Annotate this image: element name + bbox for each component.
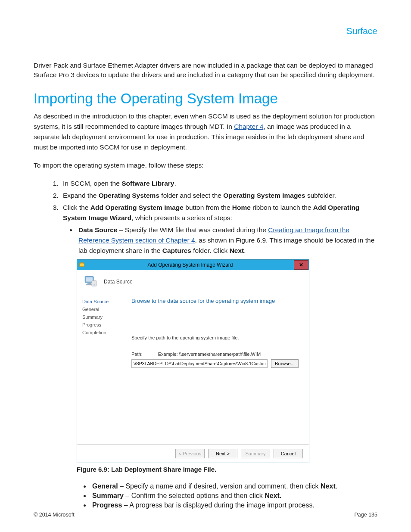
text-run: – Confirm the selected options and then …: [124, 492, 265, 499]
bold-run: Summary: [92, 492, 124, 499]
text-run: folder. Click: [191, 247, 230, 254]
browse-button[interactable]: Browse...: [271, 359, 299, 368]
text-run: ribbon to launch the: [251, 204, 313, 211]
text-run: Click the: [63, 204, 90, 211]
next-button[interactable]: Next >: [208, 449, 237, 458]
wizard-input-row: Browse...: [131, 359, 299, 368]
wizard-nav-item[interactable]: Progress: [82, 321, 131, 329]
svg-rect-1: [80, 263, 84, 264]
wizard-content-heading: Browse to the data source for the operat…: [131, 298, 299, 304]
bold-run: Add Operating System Image: [90, 204, 184, 211]
text-run: subfolder.: [305, 192, 336, 199]
bold-run: General: [92, 482, 118, 490]
bold-run: Software Library: [121, 180, 174, 187]
bold-run: Data Source: [78, 226, 117, 233]
bold-run: Operating Systems: [99, 192, 159, 199]
bullet-item: Data Source – Specify the WIM file that …: [77, 225, 377, 256]
wizard-title: Add Operating System Image Wizard: [87, 262, 294, 268]
wizard-nav-item[interactable]: Completion: [82, 329, 131, 336]
text-run: In SCCM, open the: [63, 180, 121, 187]
wizard-body: Data Source General Summary Progress Com…: [77, 293, 309, 444]
figure-caption: Figure 6.9: Lab Deployment Share Image F…: [77, 466, 377, 473]
bold-run: Next: [230, 247, 244, 254]
wizard-content: Browse to the data source for the operat…: [131, 293, 309, 444]
steps-list: In SCCM, open the Software Library. Expa…: [60, 178, 377, 256]
footer-copyright: © 2014 Microsoft: [34, 512, 75, 518]
body-paragraph-2: To import the operating system image, fo…: [34, 160, 377, 171]
summary-button: Summary: [241, 449, 270, 458]
text-run: .: [244, 247, 246, 254]
bullet-item: General – Specify a name and if desired,…: [90, 482, 377, 490]
chapter-4-link[interactable]: Chapter 4: [234, 123, 263, 130]
step-item: Click the Add Operating System Image but…: [60, 202, 377, 256]
path-label: Path:: [131, 352, 143, 357]
sub-bullets-top: Data Source – Specify the WIM file that …: [77, 225, 377, 256]
text-run: .: [174, 180, 176, 187]
wizard-nav: Data Source General Summary Progress Com…: [77, 293, 131, 444]
bullet-item: Progress – A progress bar is displayed d…: [90, 501, 377, 509]
text-run: , which presents a series of steps:: [131, 214, 232, 221]
wizard-banner: Data Source: [77, 270, 309, 293]
svg-rect-4: [87, 283, 91, 284]
wizard-path-row: Path: Example: \\servername\sharename\pa…: [131, 352, 299, 357]
wizard-banner-label: Data Source: [104, 279, 133, 285]
bold-run: Next: [321, 482, 336, 490]
brand-label: Surface: [346, 26, 377, 36]
bold-run: Home: [232, 204, 251, 211]
text-run: – Specify a name and if desired, version…: [118, 482, 321, 490]
wizard-titlebar: Add Operating System Image Wizard ✕: [77, 260, 309, 270]
step-item: In SCCM, open the Software Library.: [60, 178, 377, 189]
bold-run: Captures: [162, 247, 191, 254]
bold-run: Next.: [265, 492, 281, 499]
path-input[interactable]: [131, 359, 268, 368]
intro-paragraph: Driver Pack and Surface Ethernet Adapter…: [34, 61, 377, 80]
text-run: – Specify the WIM file that was created …: [117, 226, 268, 233]
wizard-nav-item[interactable]: General: [82, 305, 131, 313]
text-run: – A progress bar is displayed during the…: [122, 501, 314, 509]
page-header: Surface: [34, 26, 377, 39]
wizard-nav-item[interactable]: Summary: [82, 313, 131, 321]
cancel-button[interactable]: Cancel: [274, 449, 303, 458]
text-run: .: [336, 482, 337, 490]
bold-run: Progress: [92, 501, 122, 509]
wizard-app-icon: [77, 262, 87, 268]
text-run: button from the: [184, 204, 232, 211]
bold-run: Operating System Images: [223, 192, 305, 199]
body-paragraph-1: As described in the introduction to this…: [34, 111, 377, 152]
step-item: Expand the Operating Systems folder and …: [60, 190, 377, 201]
wizard-content-instruction: Specify the path to the operating system…: [131, 335, 299, 340]
page-footer: © 2014 Microsoft Page 135: [34, 512, 377, 518]
computer-icon: [83, 274, 98, 289]
footer-page-number: Page 135: [354, 512, 377, 518]
bullet-item: Summary – Confirm the selected options a…: [90, 492, 377, 500]
wizard-window: Add Operating System Image Wizard ✕ Data…: [77, 259, 309, 463]
wizard-nav-item[interactable]: Data Source: [82, 298, 131, 305]
close-icon[interactable]: ✕: [294, 260, 308, 270]
text-run: folder and select the: [159, 192, 223, 199]
section-heading: Importing the Operating System Image: [34, 90, 377, 107]
text-run: Expand the: [63, 192, 99, 199]
svg-rect-5: [86, 284, 92, 285]
document-page: Surface Driver Pack and Surface Ethernet…: [0, 0, 411, 531]
wizard-button-bar: < Previous Next > Summary Cancel: [77, 444, 309, 463]
sub-bullets-bottom: General – Specify a name and if desired,…: [90, 482, 377, 509]
path-example: Example: \\servername\sharename\path\fil…: [158, 352, 261, 357]
svg-point-7: [93, 284, 95, 286]
previous-button: < Previous: [175, 449, 205, 458]
